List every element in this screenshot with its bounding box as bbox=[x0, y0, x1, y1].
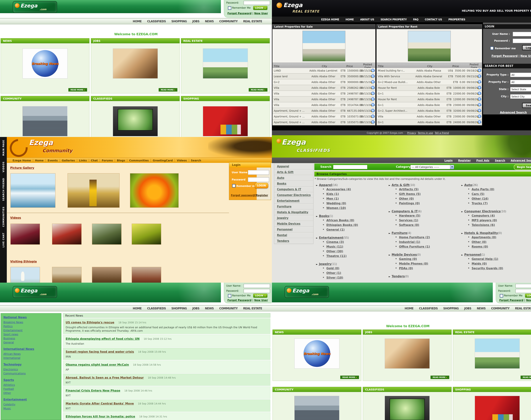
video-thumb[interactable] bbox=[10, 224, 40, 245]
community-nav-item[interactable]: Search bbox=[189, 159, 203, 162]
category-link[interactable]: Apparel bbox=[319, 183, 332, 187]
subcategory-link[interactable]: Auto Parts (0) bbox=[472, 187, 494, 191]
gallery-photo-iceberg[interactable] bbox=[10, 173, 55, 208]
news-nav-item[interactable]: HOME bbox=[133, 307, 142, 310]
category-link[interactable]: Furniture bbox=[392, 231, 407, 235]
footer-link[interactable]: Privacy bbox=[407, 131, 416, 134]
begin-search-button[interactable]: Begin Search bbox=[514, 164, 531, 170]
news-nav-item[interactable]: REAL ESTATE bbox=[243, 307, 262, 310]
visiting-photo[interactable] bbox=[92, 267, 121, 283]
home-nav-item[interactable]: CLASSIFIEDS bbox=[147, 20, 166, 23]
realestate-nav-item[interactable]: ABOUT US bbox=[360, 18, 374, 21]
news-sidebar-link[interactable]: Communications bbox=[3, 371, 61, 375]
magnifier-icon[interactable] bbox=[371, 75, 375, 78]
visiting-heading[interactable]: Visiting Ethiopia bbox=[10, 260, 37, 263]
sale-table-row[interactable]: Lease land Addis Ababa Other ETB 3500000… bbox=[273, 74, 375, 79]
login-button[interactable]: LOGIN ◄ bbox=[253, 6, 267, 10]
subcategory-link[interactable]: Computers (4) bbox=[472, 214, 495, 217]
classifieds-sidebar-item[interactable]: Personnel bbox=[274, 227, 313, 233]
news-sidebar-link[interactable]: Politics bbox=[3, 324, 61, 328]
login-button[interactable]: LOGIN ◄ bbox=[253, 294, 267, 298]
rent-table-row[interactable]: Villa With Service Addis Ababa General E… bbox=[377, 74, 482, 79]
classifieds-sidebar-item[interactable]: Tenders bbox=[274, 238, 313, 244]
subcategory-link[interactable]: Cinema (3) bbox=[326, 240, 344, 243]
category-link[interactable]: Computers & IT bbox=[392, 210, 418, 213]
subcategory-link[interactable]: Gift Items (5) bbox=[399, 192, 421, 195]
read-more-button[interactable]: READ MORE bbox=[159, 88, 177, 91]
cm-forgot-link[interactable]: Forgot password? bbox=[231, 194, 257, 197]
community-nav-item[interactable]: Ezega Home bbox=[11, 159, 33, 162]
magnifier-icon[interactable] bbox=[478, 120, 481, 124]
username-field[interactable] bbox=[244, 284, 270, 288]
sale-table-row[interactable]: G+2 Addis Ababa Other ETB 3000000.00 09/… bbox=[273, 79, 375, 85]
news-sidebar-heading[interactable]: Sports bbox=[3, 378, 61, 382]
subcategory-link[interactable]: Men (1) bbox=[326, 197, 339, 200]
classifieds-sidebar-item[interactable]: Entertainment bbox=[274, 198, 313, 204]
subcategory-link[interactable]: Accessories (4) bbox=[326, 187, 351, 191]
new-user-link[interactable]: New User bbox=[254, 12, 268, 15]
news-headline-link[interactable]: Financial Crisis Enters New Phase bbox=[66, 389, 120, 392]
magnifier-icon[interactable] bbox=[371, 86, 375, 89]
home-nav-item[interactable]: COMMUNITY bbox=[219, 20, 238, 23]
sale-table-row[interactable]: Apartment, Ground + ... Addis Ababa Othe… bbox=[273, 120, 375, 125]
magnifier-icon[interactable] bbox=[478, 86, 481, 89]
news-sidebar-link[interactable]: African News bbox=[3, 352, 61, 356]
re-password-field[interactable] bbox=[513, 39, 531, 43]
news-nav-item[interactable]: CLASSIFIEDS bbox=[147, 307, 166, 310]
subcategory-link[interactable]: Gaming (0) bbox=[399, 257, 417, 261]
subcategory-link[interactable]: Apartments (0) bbox=[472, 236, 496, 239]
subcategory-link[interactable]: Theatre (11) bbox=[326, 254, 347, 257]
home-nav-item[interactable]: REAL ESTATE bbox=[515, 307, 531, 310]
subcategory-link[interactable]: Televisions (6) bbox=[472, 223, 495, 226]
cm-login-button[interactable]: LOGIN bbox=[255, 183, 268, 188]
subcategory-link[interactable]: General Help (1) bbox=[472, 257, 498, 261]
community-side-tab[interactable]: MAIN PAGE bbox=[2, 140, 5, 156]
re-advanced-search-link[interactable]: Advanced Search bbox=[483, 111, 531, 114]
cm-remember-checkbox[interactable] bbox=[232, 184, 236, 187]
subcategory-link[interactable]: Rooms (0) bbox=[472, 245, 488, 248]
magnifier-icon[interactable] bbox=[478, 80, 481, 83]
subcategory-link[interactable]: Other (30) bbox=[326, 250, 343, 253]
magnifier-icon[interactable] bbox=[478, 109, 481, 112]
news-nav-item[interactable]: JOBS bbox=[192, 307, 199, 310]
subcategory-link[interactable]: Kids (1) bbox=[326, 192, 339, 195]
password-field[interactable] bbox=[516, 289, 531, 293]
community-nav-item[interactable]: Links bbox=[77, 159, 89, 162]
classifieds-toolbar-link[interactable]: Post Ads bbox=[476, 159, 489, 162]
community-nav-item[interactable]: Chat bbox=[89, 159, 100, 162]
classifieds-sidebar-item[interactable]: Consumer Electronics bbox=[274, 192, 313, 198]
classifieds-toolbar-link[interactable]: Register bbox=[458, 159, 471, 162]
news-headline-link[interactable]: Obama regains slight lead over McCain bbox=[66, 363, 129, 366]
home-nav-item[interactable]: JOBS bbox=[464, 307, 471, 310]
gallery-photo-tulip[interactable] bbox=[130, 173, 179, 208]
category-select[interactable]: --- All Categories ------ ▼ bbox=[410, 165, 454, 169]
news-sidebar-link[interactable]: Entertainment bbox=[3, 328, 61, 332]
visiting-photo[interactable] bbox=[10, 267, 40, 283]
magnifier-icon[interactable] bbox=[371, 69, 375, 72]
search-input[interactable] bbox=[333, 165, 367, 169]
news-sidebar-link[interactable]: Business bbox=[3, 336, 61, 340]
sale-table-row[interactable]: Villa Addis Ababa Other ETB 3314764.00 0… bbox=[273, 102, 375, 108]
subcategory-link[interactable]: MP3 players (0) bbox=[472, 219, 497, 222]
category-link[interactable]: Consumer Electronics bbox=[464, 210, 501, 213]
sale-table-row[interactable]: LAND Addis Ababa Lambiret ETB 1500000.00… bbox=[273, 68, 375, 74]
subcategory-link[interactable]: Software (0) bbox=[399, 223, 419, 226]
remember-checkbox[interactable] bbox=[228, 294, 231, 297]
realestate-nav-item[interactable]: CONTACT US bbox=[425, 18, 442, 21]
subcategory-link[interactable]: Gold (0) bbox=[326, 267, 339, 270]
category-link[interactable]: Tenders bbox=[392, 275, 405, 278]
community-logo[interactable]: Ezega bbox=[29, 138, 53, 147]
re-forgot-link[interactable]: Forgot Password bbox=[491, 54, 518, 58]
magnifier-icon[interactable] bbox=[478, 69, 481, 72]
category-link[interactable]: Books bbox=[319, 214, 329, 218]
news-sidebar-link[interactable]: Sport news bbox=[3, 332, 61, 336]
read-more-button[interactable]: READ MORE bbox=[68, 88, 87, 91]
password-field[interactable] bbox=[244, 289, 270, 293]
news-headline-link[interactable]: Abroad, Bailout Is Seen as a Free Market… bbox=[66, 376, 144, 379]
news-sidebar-heading[interactable]: Entertainment bbox=[3, 398, 61, 401]
community-nav-item[interactable]: Forums bbox=[100, 159, 115, 162]
username-field[interactable] bbox=[516, 284, 531, 288]
rent-table-row[interactable]: G+2 Mixed-use Buildi... Addis Ababa Othe… bbox=[377, 79, 482, 85]
home-nav-item[interactable]: HOME bbox=[133, 20, 142, 23]
community-nav-item[interactable]: Events bbox=[46, 159, 60, 162]
